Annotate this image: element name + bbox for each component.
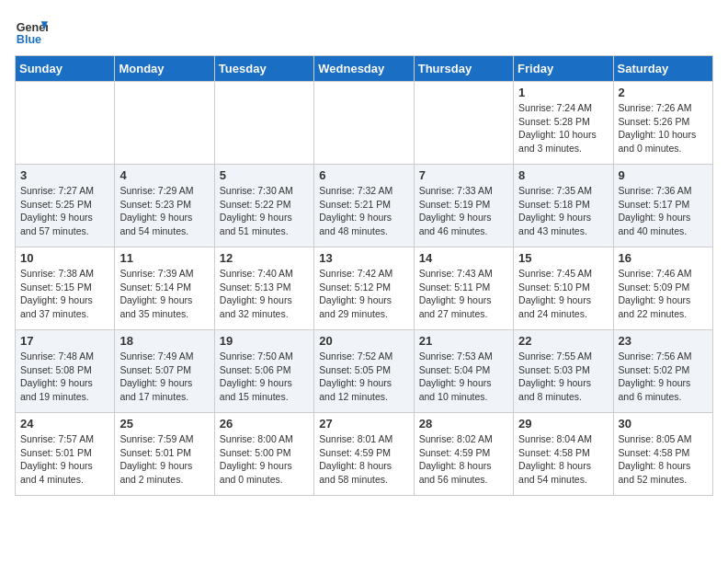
day-number: 18	[119, 334, 209, 348]
calendar-cell	[414, 82, 513, 165]
calendar-cell: 18Sunrise: 7:49 AM Sunset: 5:07 PM Dayli…	[115, 330, 214, 413]
day-number: 22	[518, 334, 608, 348]
day-number: 21	[419, 334, 508, 348]
day-info: Sunrise: 7:24 AM Sunset: 5:28 PM Dayligh…	[518, 101, 608, 155]
weekday-header-row: SundayMondayTuesdayWednesdayThursdayFrid…	[16, 56, 713, 82]
day-info: Sunrise: 7:42 AM Sunset: 5:12 PM Dayligh…	[319, 267, 408, 321]
calendar-cell: 20Sunrise: 7:52 AM Sunset: 5:05 PM Dayli…	[314, 330, 414, 413]
day-number: 29	[518, 417, 608, 431]
calendar-cell: 11Sunrise: 7:39 AM Sunset: 5:14 PM Dayli…	[115, 247, 214, 330]
calendar-cell: 21Sunrise: 7:53 AM Sunset: 5:04 PM Dayli…	[414, 330, 513, 413]
day-info: Sunrise: 8:00 AM Sunset: 5:00 PM Dayligh…	[220, 432, 309, 487]
day-info: Sunrise: 7:27 AM Sunset: 5:25 PM Dayligh…	[20, 184, 109, 238]
day-info: Sunrise: 7:32 AM Sunset: 5:21 PM Dayligh…	[319, 184, 408, 238]
calendar-cell: 2Sunrise: 7:26 AM Sunset: 5:26 PM Daylig…	[613, 82, 712, 165]
day-info: Sunrise: 7:57 AM Sunset: 5:01 PM Dayligh…	[20, 432, 109, 487]
day-info: Sunrise: 7:46 AM Sunset: 5:09 PM Dayligh…	[619, 267, 708, 321]
weekday-header-friday: Friday	[514, 56, 613, 82]
calendar-cell: 3Sunrise: 7:27 AM Sunset: 5:25 PM Daylig…	[16, 165, 115, 247]
calendar-cell: 19Sunrise: 7:50 AM Sunset: 5:06 PM Dayli…	[214, 330, 313, 413]
calendar-cell: 7Sunrise: 7:33 AM Sunset: 5:19 PM Daylig…	[414, 165, 513, 247]
week-row-1: 1Sunrise: 7:24 AM Sunset: 5:28 PM Daylig…	[16, 82, 713, 165]
calendar-cell: 28Sunrise: 8:02 AM Sunset: 4:59 PM Dayli…	[414, 413, 513, 496]
logo: General Blue	[15, 15, 48, 48]
day-number: 25	[119, 417, 209, 431]
calendar-cell	[115, 82, 214, 165]
calendar-cell	[314, 82, 414, 165]
day-number: 8	[518, 168, 608, 182]
day-info: Sunrise: 7:29 AM Sunset: 5:23 PM Dayligh…	[119, 184, 209, 238]
day-info: Sunrise: 7:38 AM Sunset: 5:15 PM Dayligh…	[20, 267, 109, 321]
day-number: 7	[419, 168, 508, 182]
weekday-header-wednesday: Wednesday	[314, 56, 414, 82]
day-number: 2	[619, 86, 708, 99]
calendar-cell: 12Sunrise: 7:40 AM Sunset: 5:13 PM Dayli…	[214, 247, 313, 330]
week-row-5: 24Sunrise: 7:57 AM Sunset: 5:01 PM Dayli…	[16, 413, 713, 496]
day-number: 12	[220, 251, 309, 265]
day-info: Sunrise: 7:30 AM Sunset: 5:22 PM Dayligh…	[220, 184, 309, 238]
calendar-cell: 15Sunrise: 7:45 AM Sunset: 5:10 PM Dayli…	[514, 247, 613, 330]
calendar-cell: 24Sunrise: 7:57 AM Sunset: 5:01 PM Dayli…	[16, 413, 115, 496]
weekday-header-tuesday: Tuesday	[214, 56, 313, 82]
calendar-cell: 10Sunrise: 7:38 AM Sunset: 5:15 PM Dayli…	[16, 247, 115, 330]
calendar-cell: 22Sunrise: 7:55 AM Sunset: 5:03 PM Dayli…	[514, 330, 613, 413]
calendar-cell: 30Sunrise: 8:05 AM Sunset: 4:58 PM Dayli…	[613, 413, 712, 496]
calendar-cell	[16, 82, 115, 165]
calendar-cell: 17Sunrise: 7:48 AM Sunset: 5:08 PM Dayli…	[16, 330, 115, 413]
calendar-cell: 29Sunrise: 8:04 AM Sunset: 4:58 PM Dayli…	[514, 413, 613, 496]
calendar-cell: 4Sunrise: 7:29 AM Sunset: 5:23 PM Daylig…	[115, 165, 214, 247]
day-number: 10	[20, 251, 109, 265]
calendar-cell: 23Sunrise: 7:56 AM Sunset: 5:02 PM Dayli…	[613, 330, 712, 413]
day-info: Sunrise: 7:49 AM Sunset: 5:07 PM Dayligh…	[119, 350, 209, 404]
day-number: 23	[619, 334, 708, 348]
week-row-3: 10Sunrise: 7:38 AM Sunset: 5:15 PM Dayli…	[16, 247, 713, 330]
day-number: 28	[419, 417, 508, 431]
day-number: 13	[319, 251, 408, 265]
day-info: Sunrise: 7:50 AM Sunset: 5:06 PM Dayligh…	[220, 350, 309, 404]
day-number: 24	[20, 417, 109, 431]
calendar-cell: 6Sunrise: 7:32 AM Sunset: 5:21 PM Daylig…	[314, 165, 414, 247]
day-info: Sunrise: 7:45 AM Sunset: 5:10 PM Dayligh…	[518, 267, 608, 321]
day-number: 16	[619, 251, 708, 265]
day-info: Sunrise: 7:55 AM Sunset: 5:03 PM Dayligh…	[518, 350, 608, 404]
day-info: Sunrise: 8:02 AM Sunset: 4:59 PM Dayligh…	[419, 432, 508, 487]
day-number: 11	[119, 251, 209, 265]
day-number: 26	[220, 417, 309, 431]
day-info: Sunrise: 7:56 AM Sunset: 5:02 PM Dayligh…	[619, 350, 708, 404]
day-info: Sunrise: 7:35 AM Sunset: 5:18 PM Dayligh…	[518, 184, 608, 238]
calendar-cell: 25Sunrise: 7:59 AM Sunset: 5:01 PM Dayli…	[115, 413, 214, 496]
week-row-2: 3Sunrise: 7:27 AM Sunset: 5:25 PM Daylig…	[16, 165, 713, 247]
calendar-cell	[214, 82, 313, 165]
day-number: 6	[319, 168, 408, 182]
calendar-cell: 9Sunrise: 7:36 AM Sunset: 5:17 PM Daylig…	[613, 165, 712, 247]
day-info: Sunrise: 7:40 AM Sunset: 5:13 PM Dayligh…	[220, 267, 309, 321]
day-number: 15	[518, 251, 608, 265]
day-info: Sunrise: 7:36 AM Sunset: 5:17 PM Dayligh…	[619, 184, 708, 238]
day-info: Sunrise: 7:53 AM Sunset: 5:04 PM Dayligh…	[419, 350, 508, 404]
day-info: Sunrise: 7:43 AM Sunset: 5:11 PM Dayligh…	[419, 267, 508, 321]
weekday-header-monday: Monday	[115, 56, 214, 82]
day-number: 3	[20, 168, 109, 182]
day-info: Sunrise: 7:33 AM Sunset: 5:19 PM Dayligh…	[419, 184, 508, 238]
svg-text:Blue: Blue	[17, 33, 41, 46]
day-info: Sunrise: 7:26 AM Sunset: 5:26 PM Dayligh…	[619, 101, 708, 155]
day-number: 17	[20, 334, 109, 348]
day-info: Sunrise: 8:04 AM Sunset: 4:58 PM Dayligh…	[518, 432, 608, 487]
calendar-cell: 26Sunrise: 8:00 AM Sunset: 5:00 PM Dayli…	[214, 413, 313, 496]
calendar-cell: 8Sunrise: 7:35 AM Sunset: 5:18 PM Daylig…	[514, 165, 613, 247]
day-number: 4	[119, 168, 209, 182]
calendar-table: SundayMondayTuesdayWednesdayThursdayFrid…	[15, 55, 713, 496]
day-number: 30	[619, 417, 708, 431]
day-info: Sunrise: 7:39 AM Sunset: 5:14 PM Dayligh…	[119, 267, 209, 321]
calendar-cell: 14Sunrise: 7:43 AM Sunset: 5:11 PM Dayli…	[414, 247, 513, 330]
logo-icon: General Blue	[15, 15, 48, 48]
week-row-4: 17Sunrise: 7:48 AM Sunset: 5:08 PM Dayli…	[16, 330, 713, 413]
calendar-cell: 1Sunrise: 7:24 AM Sunset: 5:28 PM Daylig…	[514, 82, 613, 165]
day-info: Sunrise: 7:48 AM Sunset: 5:08 PM Dayligh…	[20, 350, 109, 404]
calendar-cell: 5Sunrise: 7:30 AM Sunset: 5:22 PM Daylig…	[214, 165, 313, 247]
weekday-header-thursday: Thursday	[414, 56, 513, 82]
day-number: 20	[319, 334, 408, 348]
calendar-cell: 16Sunrise: 7:46 AM Sunset: 5:09 PM Dayli…	[613, 247, 712, 330]
day-number: 27	[319, 417, 408, 431]
day-info: Sunrise: 8:01 AM Sunset: 4:59 PM Dayligh…	[319, 432, 408, 487]
